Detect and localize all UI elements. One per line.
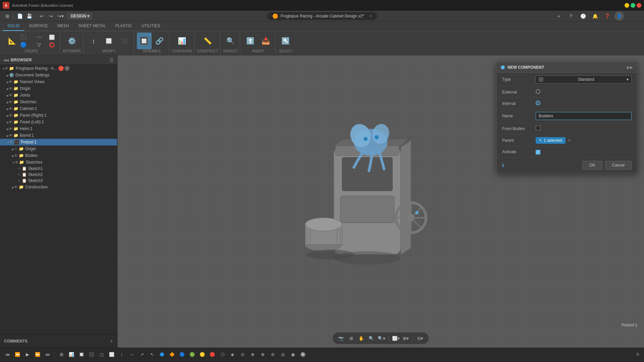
- undo-button[interactable]: ↩: [37, 12, 46, 20]
- tree-item-cabinet[interactable]: 👁 📁 Cabinet:1: [0, 105, 117, 112]
- vp-pan-button[interactable]: ✋: [357, 334, 366, 343]
- redo-button[interactable]: ↪: [46, 12, 56, 20]
- tab-solid[interactable]: SOLID: [3, 21, 24, 31]
- bt-timeline-btn5[interactable]: ◻: [97, 350, 106, 359]
- internal-radio[interactable]: [536, 101, 540, 105]
- tree-item-pretzel-origin[interactable]: 👁 📁 Origin: [0, 145, 117, 152]
- tree-item-panel-right[interactable]: 👁 📁 Panel (Right):1: [0, 112, 117, 119]
- loft-button[interactable]: ▽: [33, 41, 45, 49]
- new-component-button[interactable]: 🔲 ●: [137, 33, 152, 49]
- bt-timeline-btn23[interactable]: ◎: [278, 350, 287, 359]
- bt-timeline-btn3[interactable]: 🔲: [77, 350, 86, 359]
- tree-item-pretzel-bodies[interactable]: 👁 📁 Bodies: [0, 152, 117, 159]
- panel-left-eye[interactable]: 👁: [9, 120, 12, 124]
- tree-item-named-views[interactable]: 👁 📁 Named Views: [0, 78, 117, 85]
- vp-camera-button[interactable]: 📷: [337, 334, 345, 343]
- bt-settings-button[interactable]: ⚙: [636, 352, 641, 357]
- construct-button[interactable]: 📏: [200, 33, 215, 49]
- bt-back-button[interactable]: ⏮: [3, 350, 12, 359]
- barrel-eye[interactable]: 👁: [9, 133, 12, 137]
- info-icon[interactable]: ℹ: [502, 163, 504, 168]
- bt-timeline-btn4[interactable]: ⬛: [87, 350, 96, 359]
- named-views-eye[interactable]: 👁: [9, 80, 12, 84]
- bt-timeline-btn19[interactable]: ⊙: [238, 350, 247, 359]
- bt-timeline-btn17[interactable]: ⬡: [218, 350, 227, 359]
- sketch-button[interactable]: 📐: [5, 33, 19, 49]
- tab-sheet-metal[interactable]: SHEET METAL: [73, 21, 110, 31]
- tree-item-sketch3[interactable]: 👁 📋 Sketch3: [0, 178, 117, 184]
- sweep-button[interactable]: 〰️: [33, 34, 45, 41]
- bt-timeline-btn22[interactable]: ⊘: [268, 350, 277, 359]
- bt-play-button[interactable]: ▶: [23, 350, 32, 359]
- type-select[interactable]: Standard ▾: [536, 75, 632, 83]
- file-button[interactable]: 📄: [15, 12, 24, 20]
- close-button[interactable]: [637, 3, 641, 8]
- tree-item-root[interactable]: 👁 📁 Frogtopus Racing - A... ! ⚙: [0, 65, 117, 72]
- tree-item-helm[interactable]: 👁 📁 Helm:1: [0, 125, 117, 132]
- comments-add-button[interactable]: +: [110, 338, 113, 344]
- tree-item-construction[interactable]: 👁 📁 Construction: [0, 184, 117, 190]
- bt-timeline-btn15[interactable]: 🟡: [198, 350, 207, 359]
- sketch1-eye[interactable]: 👁: [17, 167, 21, 171]
- bt-timeline-btn12[interactable]: 🔶: [167, 350, 177, 359]
- help2-button[interactable]: ❓: [602, 12, 612, 20]
- browser-menu-button[interactable]: ☰: [109, 57, 114, 63]
- bt-timeline-btn20[interactable]: ⊕: [248, 350, 257, 359]
- tab-utilities[interactable]: UTILITIES: [137, 21, 165, 31]
- bt-timeline-btn10[interactable]: ↖: [147, 350, 157, 359]
- tree-item-barrel[interactable]: 👁 📁 Barrel:1: [0, 132, 117, 139]
- cancel-button[interactable]: Cancel: [605, 161, 632, 170]
- config-button[interactable]: 📊: [175, 33, 190, 49]
- bt-next-button[interactable]: ⏩: [33, 350, 42, 359]
- bt-timeline-btn21[interactable]: ⊗: [258, 350, 267, 359]
- insert-button[interactable]: ⬆️: [243, 33, 258, 49]
- vp-grid-button[interactable]: ⊞▾: [401, 334, 410, 343]
- pretzel-origin-eye[interactable]: 👁: [14, 147, 18, 151]
- add-tab-button[interactable]: +: [554, 12, 564, 20]
- help-icon[interactable]: ?: [566, 12, 576, 20]
- browser-collapse-button[interactable]: ◀◀: [3, 58, 9, 62]
- joint-button[interactable]: 🔗: [152, 33, 167, 49]
- inspect-button[interactable]: 🔍: [223, 33, 238, 49]
- from-bodies-checkbox[interactable]: [536, 126, 540, 130]
- rib-button[interactable]: ⬜: [46, 34, 58, 41]
- notifications-button[interactable]: 🔔: [590, 12, 600, 20]
- tab-mesh[interactable]: MESH: [53, 21, 74, 31]
- sketches-root-eye[interactable]: 👁: [9, 100, 12, 104]
- name-input[interactable]: [536, 112, 632, 120]
- sketch2-eye[interactable]: 👁: [17, 173, 21, 177]
- root-eye-icon[interactable]: 👁: [5, 66, 8, 70]
- tree-item-origin[interactable]: 👁 📁 Origin: [0, 85, 117, 92]
- bt-timeline-btn24[interactable]: ◉: [288, 350, 298, 359]
- bt-end-button[interactable]: ⏭: [43, 350, 52, 359]
- bt-timeline-btn8[interactable]: ↔: [127, 350, 137, 359]
- tree-item-doc-settings[interactable]: ⚙️ Document Settings: [0, 72, 117, 78]
- vp-select-button[interactable]: ⊞: [347, 334, 356, 343]
- tree-item-pretzel-sketches[interactable]: 👁 📁 Sketches: [0, 159, 117, 166]
- chamfer-button[interactable]: ◼️: [117, 33, 132, 49]
- bt-timeline-btn2[interactable]: 📊: [67, 350, 76, 359]
- pretzel-sketches-eye[interactable]: 👁: [15, 160, 18, 164]
- activate-checkbox[interactable]: ✓: [536, 150, 540, 155]
- external-radio[interactable]: [536, 89, 540, 94]
- tab-close-button[interactable]: ×: [369, 14, 372, 18]
- panel-expand-button[interactable]: ▶▶: [627, 65, 633, 70]
- automate-button[interactable]: ⚙️: [64, 33, 79, 49]
- ok-button[interactable]: OK: [582, 161, 602, 170]
- hole-button[interactable]: ⭕: [46, 41, 58, 49]
- document-tab[interactable]: 🟠 Frogtopus Racing - Arcade Cabinet Desi…: [267, 12, 378, 20]
- tree-item-panel-left[interactable]: 👁 📁 Panel (Left):1: [0, 119, 117, 125]
- tree-item-sketch2[interactable]: 👁 📋 Sketch2: [0, 172, 117, 178]
- tree-item-sketch1[interactable]: 👁 📋 Sketch1: [0, 166, 117, 172]
- parent-selected-badge[interactable]: ↖ 1 selected: [536, 137, 566, 144]
- cabinet-eye[interactable]: 👁: [9, 107, 12, 111]
- vp-display-button[interactable]: ⬜▾: [391, 334, 400, 343]
- select-button[interactable]: ↖️: [278, 33, 293, 49]
- revolve-button[interactable]: 🔵: [20, 41, 32, 49]
- vp-zoom-button[interactable]: 🔍: [367, 334, 376, 343]
- bt-timeline-btn16[interactable]: 🔴: [208, 350, 217, 359]
- bt-timeline-btn6[interactable]: ⬜: [107, 350, 116, 359]
- vp-zoom-dropdown[interactable]: 🔍▾: [377, 334, 386, 343]
- insert2-button[interactable]: 📥: [258, 33, 273, 49]
- parent-clear-button[interactable]: ✕: [568, 138, 571, 143]
